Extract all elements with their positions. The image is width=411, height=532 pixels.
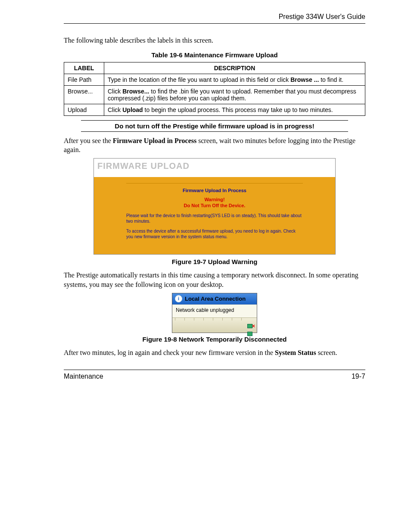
system-tray: × xyxy=(172,317,257,333)
row-desc: Click Browse... to find the .bin file yo… xyxy=(104,85,365,104)
table-caption: Table 19-6 Maintenance Firmware Upload xyxy=(64,51,365,59)
firmware-wait-text: Please wait for the device to finish res… xyxy=(126,213,303,224)
footer-page-number: 19-7 xyxy=(352,373,365,380)
guide-title: Prestige 334W User's Guide xyxy=(279,13,365,20)
tooltip-message: Network cable unplugged xyxy=(172,305,257,317)
footer-section: Maintenance xyxy=(64,373,103,380)
firmware-access-text: To access the device after a successful … xyxy=(126,228,303,240)
table-row: File Path Type in the location of the fi… xyxy=(64,74,365,85)
tooltip-title: Local Area Connection xyxy=(185,296,246,302)
tooltip-title-bar: i Local Area Connection xyxy=(172,293,257,305)
firmware-panel: Firmware Upload In Process Warning! Do N… xyxy=(94,177,335,255)
final-paragraph: After two minutes, log in again and chec… xyxy=(64,348,365,358)
firmware-warning-text: Warning! Do Not Turn Off the Device. xyxy=(126,196,303,209)
after-table-paragraph: After you see the Firmware Upload in Pro… xyxy=(64,136,365,155)
row-desc: Type in the location of the file you wan… xyxy=(104,74,365,85)
firmware-upload-screenshot: FIRMWARE UPLOAD Firmware Upload In Proce… xyxy=(93,158,336,255)
warning-bar: Do not turn off the Prestige while firmw… xyxy=(81,120,348,132)
figure-caption: Figure 19-7 Upload Warning xyxy=(64,258,365,265)
restart-paragraph: The Prestige automatically restarts in t… xyxy=(64,271,365,289)
running-header: Prestige 334W User's Guide xyxy=(64,13,365,24)
figure-caption: Figure 19-8 Network Temporarily Disconne… xyxy=(64,336,365,343)
firmware-panel-title: FIRMWARE UPLOAD xyxy=(94,159,335,177)
row-label: Browse... xyxy=(64,85,104,104)
row-label: File Path xyxy=(64,74,104,85)
row-label: Upload xyxy=(64,104,104,115)
th-description: Description xyxy=(104,62,365,74)
th-label: Label xyxy=(64,62,104,74)
network-tooltip-screenshot: i Local Area Connection Network cable un… xyxy=(172,293,257,333)
network-disconnected-icon: × xyxy=(247,322,254,328)
table-row: Upload Click Upload to begin the upload … xyxy=(64,104,365,115)
page-footer: Maintenance 19-7 xyxy=(64,370,365,380)
row-desc: Click Upload to begin the upload process… xyxy=(104,104,365,115)
info-icon: i xyxy=(175,295,182,302)
intro-paragraph: The following table describes the labels… xyxy=(64,36,365,45)
label-description-table: Label Description File Path Type in the … xyxy=(64,62,365,116)
table-row: Browse... Click Browse... to find the .b… xyxy=(64,85,365,104)
firmware-process-heading: Firmware Upload In Process xyxy=(126,188,303,193)
